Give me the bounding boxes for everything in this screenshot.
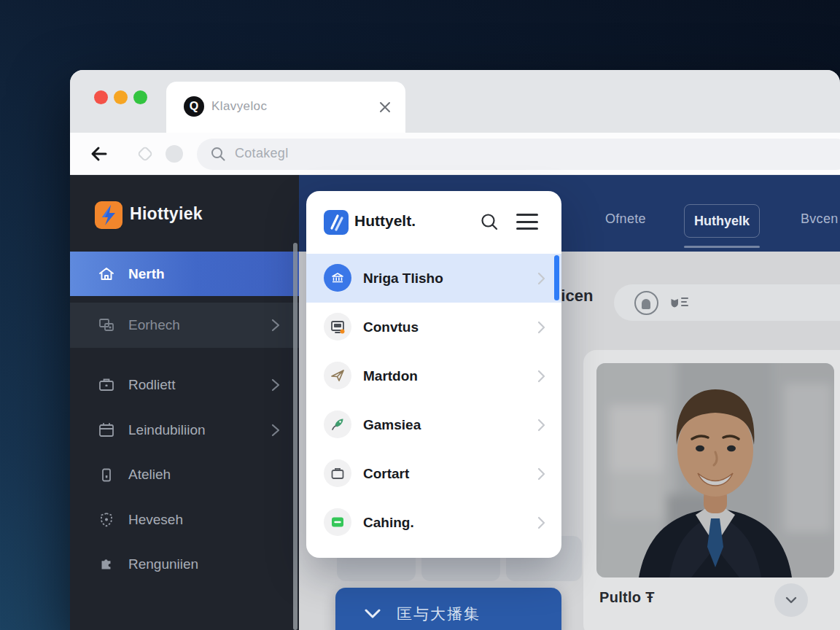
profile-photo [596, 363, 834, 578]
traffic-light-minimize[interactable] [114, 90, 128, 104]
briefcase-icon [324, 459, 351, 487]
dropdown-item-label: Cahing. [363, 515, 414, 531]
dropdown-item-label: Convtus [363, 319, 419, 335]
address-bar-text: Cotakegl [235, 146, 288, 161]
sidebar-brand: Hiottyiek [70, 193, 299, 237]
chevron-right-icon [537, 467, 545, 481]
sidebar-item-rodliett[interactable]: Rodliett [70, 362, 299, 407]
dropdown-item-label: Gamsiea [363, 417, 421, 433]
address-bar[interactable]: Cotakegl [197, 139, 840, 170]
card-icon [324, 508, 351, 536]
app-logo-icon [95, 201, 122, 229]
puzzle-icon [98, 556, 115, 573]
app-sidebar: Hiottyiek Nerth Eorhech [70, 175, 299, 630]
chevron-right-icon [537, 516, 545, 529]
header-nav-active-underline [684, 246, 760, 248]
menu-icon[interactable] [516, 214, 538, 230]
sidebar-item-label: Rodliett [128, 377, 175, 393]
back-arrow-icon[interactable] [89, 144, 108, 163]
dropdown-item-label: Cortart [363, 466, 409, 482]
battery-icon [98, 466, 115, 483]
search-icon[interactable] [480, 212, 499, 231]
tab-favicon-icon: Q [184, 96, 204, 117]
sidebar-item-nerth[interactable]: Nerth [70, 252, 299, 296]
tab-close-icon[interactable] [378, 100, 392, 114]
dropdown-item-martdon[interactable]: Martdon [306, 351, 561, 400]
sidebar-item-label: Eorhech [128, 317, 180, 333]
profile-card: Pultlo Ŧ [583, 350, 840, 630]
sidebar-item-label: Renguniien [128, 556, 198, 572]
shield-icon [98, 511, 115, 529]
dropdown-header: Huttyelt. [306, 191, 561, 254]
extension-diamond-icon[interactable] [136, 144, 155, 163]
card-expand-button[interactable] [774, 583, 808, 617]
sidebar-item-leindubiliion[interactable]: Leindubiliion [70, 408, 299, 452]
dropdown-item-label: Martdon [363, 368, 418, 384]
browser-tab-bar: Q Klavyeloc [70, 70, 840, 133]
chevron-right-icon [271, 319, 280, 332]
dropdown-item-nriga-tlisho[interactable]: Nriga Tlisho [306, 254, 561, 303]
sidebar-item-atelieh[interactable]: Atelieh [70, 452, 299, 497]
primary-action-label: 匡与大播集 [397, 604, 481, 624]
sidebar-item-eorhech[interactable]: Eorhech [70, 303, 299, 348]
traffic-light-close[interactable] [94, 90, 108, 104]
dropdown-item-cortart[interactable]: Cortart [306, 449, 561, 498]
traffic-light-zoom[interactable] [133, 90, 147, 104]
header-nav-huthyelk[interactable]: Huthyelk [684, 204, 760, 238]
rocket-icon [324, 411, 351, 438]
chevron-right-icon [537, 272, 545, 285]
dropdown-item-gamsiea[interactable]: Gamsiea [306, 400, 561, 449]
sidebar-item-heveseh[interactable]: Heveseh [70, 497, 299, 542]
chevron-right-icon [537, 321, 545, 334]
chevron-down-icon [785, 596, 797, 604]
avatar-icon [634, 291, 658, 315]
sidebar-item-label: Leindubiliion [128, 422, 206, 438]
chevron-right-icon [271, 378, 280, 392]
calendar-icon [98, 421, 115, 439]
dropdown-brand-name: Huttyelt. [354, 212, 416, 230]
chevron-right-icon [271, 424, 280, 437]
user-search-pill[interactable] [614, 284, 840, 321]
briefcase-icon [98, 376, 115, 394]
sidebar-item-label: Heveseh [128, 512, 183, 528]
search-icon [210, 146, 226, 162]
desktop-background: Q Klavyeloc Cotakegl [0, 0, 840, 630]
dropdown-scrollbar[interactable] [554, 255, 559, 300]
paper-plane-icon [324, 362, 351, 389]
bank-icon [324, 264, 351, 292]
sidebar-brand-name: Hiottyiek [130, 204, 203, 224]
monitor-icon [324, 313, 351, 341]
tab-title: Klavyeloc [211, 99, 267, 114]
windows-icon [98, 316, 115, 334]
browser-toolbar: Cotakegl [70, 133, 840, 175]
sidebar-item-label: Nerth [128, 266, 165, 282]
dropdown-item-convtus[interactable]: Convtus [306, 303, 561, 351]
dropdown-item-label: Nriga Tlisho [363, 271, 443, 287]
dropdown-item-cahing[interactable]: Cahing. [306, 498, 561, 547]
dropdown-logo-icon [324, 210, 349, 235]
header-nav-ofnete[interactable]: Ofnete [605, 211, 646, 227]
primary-action-button[interactable]: 匡与大播集 [335, 588, 561, 630]
chevron-right-icon [537, 370, 545, 383]
sidebar-item-renguniien[interactable]: Renguniien [70, 542, 299, 586]
home-icon [98, 265, 115, 283]
app-dropdown-panel: Huttyelt. Nriga Tlisho Convtus [306, 191, 561, 558]
content-scrollbar[interactable] [293, 243, 298, 630]
browser-tab[interactable]: Q Klavyeloc [166, 82, 405, 133]
chevron-right-icon [537, 419, 545, 432]
photo-caption: Pultlo Ŧ [599, 589, 655, 606]
header-nav-bvcen[interactable]: Bvcen [801, 211, 839, 227]
chevron-down-icon [365, 609, 381, 619]
filter-icon [669, 294, 688, 311]
profile-circle-icon[interactable] [166, 145, 183, 163]
sidebar-item-label: Atelieh [128, 467, 171, 483]
